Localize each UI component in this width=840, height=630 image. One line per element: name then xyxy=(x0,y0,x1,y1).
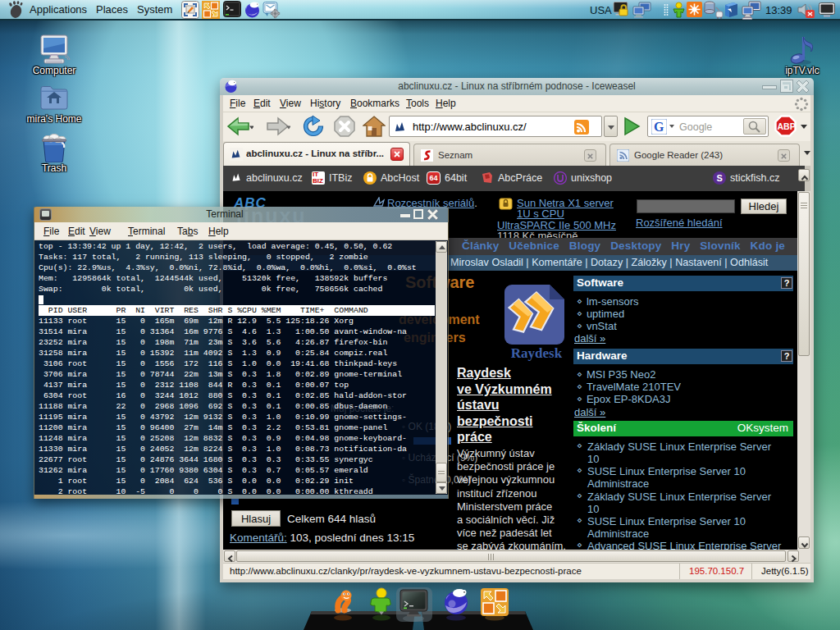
svg-text:ABP: ABP xyxy=(778,121,796,131)
svg-text:G: G xyxy=(654,120,664,134)
svg-text:S: S xyxy=(717,173,723,183)
